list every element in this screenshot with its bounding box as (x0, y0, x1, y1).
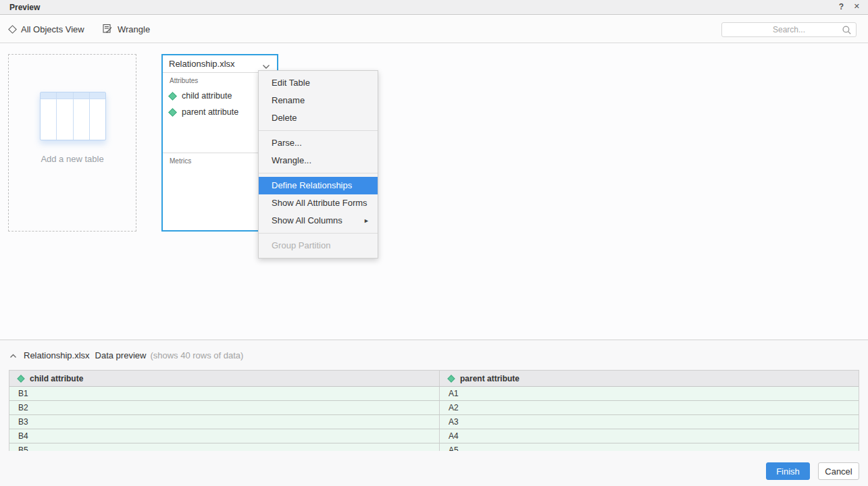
menu-item-define-relationships[interactable]: Define Relationships (259, 177, 378, 194)
title-bar: Preview ? ✕ (0, 0, 868, 15)
column-header-label: parent attribute (460, 374, 519, 383)
search-icon[interactable] (842, 25, 852, 38)
menu-item-show-all-columns[interactable]: Show All Columns ► (259, 212, 378, 230)
table-card-title: Relationship.xlsx (169, 59, 235, 69)
attribute-diamond-icon (168, 108, 177, 117)
finish-button[interactable]: Finish (766, 462, 810, 480)
attribute-diamond-icon (168, 92, 177, 101)
search-box[interactable] (721, 22, 857, 37)
all-objects-view-button[interactable]: All Objects View (9, 16, 84, 43)
window-title: Preview (9, 3, 40, 12)
cell-child: B4 (9, 429, 440, 443)
data-preview-panel: Relationship.xlsx Data preview (shows 40… (0, 340, 868, 486)
menu-separator (259, 233, 378, 234)
attribute-name: parent attribute (182, 107, 238, 117)
cell-parent: A4 (440, 429, 859, 443)
wrangle-label: Wrangle (118, 24, 150, 34)
column-header-child-attribute[interactable]: child attribute (9, 371, 440, 386)
table-row: B1 A1 (9, 387, 859, 401)
add-new-table-label: Add a new table (9, 154, 136, 164)
menu-item-wrangle[interactable]: Wrangle... (259, 152, 378, 169)
collapse-chevron-icon[interactable] (9, 349, 17, 361)
cell-parent: A1 (440, 387, 859, 400)
search-input[interactable] (722, 23, 856, 36)
menu-separator (259, 130, 378, 131)
cell-child: B1 (9, 387, 440, 400)
table-row: B3 A3 (9, 415, 859, 429)
menu-item-group-partition: Group Partition (259, 237, 378, 254)
menu-item-parse[interactable]: Parse... (259, 134, 378, 152)
menu-item-delete[interactable]: Delete (259, 109, 378, 127)
menu-item-rename[interactable]: Rename (259, 92, 378, 109)
table-row: B4 A4 (9, 429, 859, 443)
toolbar: All Objects View Wrangle (0, 16, 868, 43)
cell-parent: A5 (440, 443, 859, 451)
menu-separator (259, 173, 378, 173)
cell-child: B5 (9, 443, 440, 451)
table-row: B2 A2 (9, 401, 859, 415)
attribute-diamond-icon (447, 375, 455, 382)
cell-parent: A3 (440, 415, 859, 429)
table-context-menu: Edit Table Rename Delete Parse... Wrangl… (258, 70, 378, 259)
cell-parent: A2 (440, 401, 859, 414)
diamond-outline-icon (8, 25, 17, 34)
wrangle-icon (103, 24, 112, 36)
menu-item-label: Show All Columns (272, 215, 342, 225)
preview-table-name: Relationship.xlsx (24, 350, 90, 360)
wrangle-button[interactable]: Wrangle (103, 16, 150, 43)
add-new-table-card[interactable]: Add a new table (8, 54, 136, 232)
help-icon[interactable]: ? (839, 2, 844, 11)
preview-title: Data preview (95, 350, 147, 360)
attribute-name: child attribute (182, 91, 232, 101)
data-preview-header: Relationship.xlsx Data preview (shows 40… (0, 349, 243, 361)
tables-canvas: Add a new table Relationship.xlsx Attrib… (0, 44, 868, 340)
table-header-row: child attribute parent attribute (9, 370, 859, 387)
column-header-parent-attribute[interactable]: parent attribute (440, 371, 859, 386)
all-objects-view-label: All Objects View (21, 24, 84, 34)
menu-item-edit-table[interactable]: Edit Table (259, 74, 378, 92)
table-row: B5 A5 (9, 443, 859, 451)
preview-rows-note: (shows 40 rows of data) (150, 350, 243, 360)
attribute-diamond-icon (17, 375, 24, 382)
cancel-button[interactable]: Cancel (818, 462, 859, 480)
data-preview-table: child attribute parent attribute B1 A1 B… (9, 370, 859, 451)
column-header-label: child attribute (30, 374, 83, 383)
table-icon (40, 92, 106, 140)
cell-child: B3 (9, 415, 440, 429)
submenu-arrow-icon: ► (363, 212, 369, 230)
menu-item-show-all-attribute-forms[interactable]: Show All Attribute Forms (259, 194, 378, 212)
close-icon[interactable]: ✕ (854, 2, 860, 11)
cell-child: B2 (9, 401, 440, 414)
